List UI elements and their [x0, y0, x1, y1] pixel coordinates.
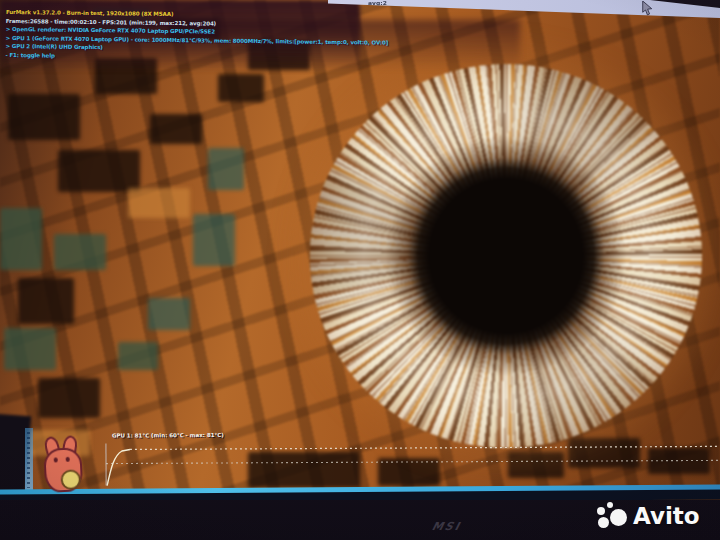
tunnel-block [58, 150, 140, 192]
avito-wordmark: Avito [633, 503, 700, 529]
eye-pupil [310, 64, 702, 448]
screen: avg:2 FurMark v1.37.2.0 - Burn-in test, … [0, 0, 720, 500]
tunnel-block [193, 214, 235, 266]
tunnel-block [148, 298, 190, 330]
sticker-eye [54, 457, 58, 462]
laptop-photo: avg:2 FurMark v1.37.2.0 - Burn-in test, … [0, 0, 720, 540]
temp-graph-canvas [100, 438, 720, 487]
tunnel-block [54, 234, 106, 270]
sticker-ball [60, 469, 81, 490]
tunnel-block [128, 188, 190, 218]
tunnel-block [218, 74, 264, 102]
temp-curve [107, 449, 130, 485]
temp-graph-label: GPU 1: 81°C (min: 60°C - max: 81°C) [112, 432, 224, 439]
sticker-doodle [32, 432, 95, 497]
tunnel-block [150, 114, 202, 144]
temp-max-dotted-line [130, 446, 718, 449]
avito-logo-icon [597, 500, 627, 532]
tunnel-block [0, 208, 42, 270]
avito-watermark: Avito [597, 500, 700, 532]
temp-graph: GPU 1: 81°C (min: 60°C - max: 81°C) [100, 426, 720, 489]
sticker-eye [66, 457, 70, 462]
tunnel-block [38, 378, 100, 418]
left-edge-marks [27, 432, 30, 488]
title-bar-text-fragment: avg:2 [368, 0, 387, 6]
tunnel-block [118, 342, 158, 370]
fur-donut-eye [310, 64, 702, 448]
tunnel-block [8, 94, 80, 140]
furmark-overlay: FurMark v1.37.2.0 - Burn-in test, 1920x1… [5, 8, 388, 64]
msi-logo: MSI [430, 520, 462, 533]
cursor-icon [641, 1, 653, 20]
temp-reference-dotted-line [106, 460, 718, 463]
tunnel-block [18, 278, 74, 324]
tunnel-block [208, 148, 244, 190]
tunnel-block [4, 328, 56, 370]
